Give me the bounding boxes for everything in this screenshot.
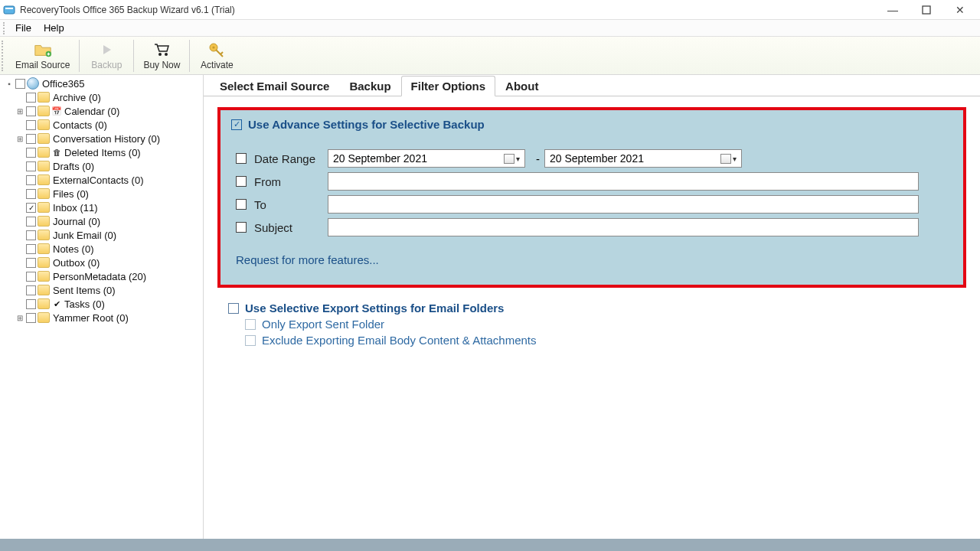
from-checkbox[interactable] <box>236 176 247 187</box>
checkbox[interactable] <box>26 106 36 116</box>
from-input[interactable] <box>328 172 919 191</box>
checkbox[interactable] <box>26 175 36 185</box>
folder-icon <box>38 312 50 323</box>
tree-item-label: Journal (0) <box>53 216 100 227</box>
date-from-picker[interactable]: 20 September 2021 ▾ <box>328 149 525 168</box>
checkbox[interactable] <box>26 258 36 268</box>
folder-icon <box>38 285 50 295</box>
tree-item[interactable]: Sent Items (0) <box>0 283 203 297</box>
checkbox[interactable] <box>26 161 36 171</box>
tree-item[interactable]: Drafts (0) <box>0 159 203 173</box>
only-sent-checkbox[interactable] <box>245 319 256 330</box>
tree-item[interactable]: Journal (0) <box>0 214 203 228</box>
window-title: RecoveryTools Office 365 Backup Wizard v… <box>20 5 876 15</box>
tree-root[interactable]: ▪ Office365 <box>0 77 203 90</box>
svg-rect-2 <box>923 6 930 14</box>
expand-icon[interactable]: ⊞ <box>15 134 24 143</box>
status-bar <box>0 539 980 551</box>
tree-item-label: Inbox (11) <box>53 202 98 214</box>
subject-checkbox[interactable] <box>236 222 247 233</box>
checkbox[interactable] <box>26 120 36 130</box>
tab-backup[interactable]: Backup <box>339 76 400 96</box>
menu-help[interactable]: Help <box>38 21 70 35</box>
tab-about[interactable]: About <box>495 76 548 96</box>
only-sent-label: Only Export Sent Folder <box>262 318 384 331</box>
checkbox[interactable] <box>26 148 36 158</box>
exclude-body-checkbox[interactable] <box>245 335 256 346</box>
checkbox[interactable] <box>26 217 36 227</box>
to-input[interactable] <box>328 195 919 214</box>
checkbox[interactable] <box>26 299 36 309</box>
filter-options-panel: Use Advance Settings for Selective Backu… <box>204 96 980 539</box>
item-glyph-icon: ✔ <box>51 298 62 309</box>
tree-item-label: Outbox (0) <box>53 257 100 269</box>
date-range-checkbox[interactable] <box>236 153 247 164</box>
checkbox[interactable] <box>26 189 36 199</box>
date-range-label: Date Range <box>254 152 328 165</box>
tree-item-label: ExternalContacts (0) <box>53 174 144 186</box>
tab-select-email-source[interactable]: Select Email Source <box>210 76 339 96</box>
checkbox[interactable] <box>15 79 25 89</box>
expander-spacer <box>15 299 24 308</box>
tab-filter-options[interactable]: Filter Options <box>401 76 496 96</box>
folder-icon <box>38 257 50 268</box>
checkbox[interactable] <box>26 285 36 295</box>
tree-item-label: PersonMetadata (20) <box>53 271 146 282</box>
collapse-icon[interactable]: ▪ <box>5 79 14 88</box>
advance-settings-checkbox[interactable] <box>231 119 242 130</box>
tree-item[interactable]: Files (0) <box>0 187 203 201</box>
tree-item-label: Deleted Items (0) <box>64 147 141 158</box>
selective-export-checkbox[interactable] <box>228 303 239 314</box>
folder-icon <box>38 92 50 103</box>
checkbox[interactable] <box>26 244 36 254</box>
activate-button[interactable]: Activate <box>193 38 240 73</box>
menu-file[interactable]: File <box>9 21 38 35</box>
tree-item[interactable]: Outbox (0) <box>0 256 203 269</box>
title-bar: RecoveryTools Office 365 Backup Wizard v… <box>0 0 980 20</box>
checkbox[interactable] <box>26 313 36 323</box>
chevron-down-icon: ▾ <box>516 155 520 163</box>
checkbox[interactable] <box>26 93 36 103</box>
checkbox[interactable] <box>26 134 36 144</box>
expander-spacer <box>15 244 24 253</box>
tree-item[interactable]: Notes (0) <box>0 242 203 256</box>
from-label: From <box>254 175 328 188</box>
date-to-value: 20 September 2021 <box>550 152 644 165</box>
tree-item[interactable]: ExternalContacts (0) <box>0 173 203 187</box>
tree-item[interactable]: 🗑Deleted Items (0) <box>0 145 203 159</box>
expand-icon[interactable]: ⊞ <box>15 106 24 116</box>
checkbox[interactable] <box>26 230 36 240</box>
date-to-picker[interactable]: 20 September 2021 ▾ <box>544 149 742 168</box>
expander-spacer <box>15 175 24 184</box>
toolbar-label: Email Source <box>15 60 70 70</box>
to-label: To <box>254 198 328 211</box>
subject-input[interactable] <box>328 218 919 236</box>
tree-item[interactable]: Junk Email (0) <box>0 228 203 242</box>
tree-item[interactable]: Archive (0) <box>0 90 203 104</box>
expander-spacer <box>15 272 24 281</box>
tree-item[interactable]: ⊞📅Calendar (0) <box>0 104 203 118</box>
backup-button[interactable]: Backup <box>83 38 130 73</box>
buy-now-button[interactable]: Buy Now <box>137 38 186 73</box>
request-features-link[interactable]: Request for more features... <box>236 253 948 266</box>
folder-tree[interactable]: ▪ Office365 Archive (0)⊞📅Calendar (0)Con… <box>0 75 204 539</box>
maximize-button[interactable] <box>910 0 943 20</box>
expander-spacer <box>15 93 24 102</box>
svg-rect-1 <box>5 8 13 9</box>
tree-item[interactable]: Contacts (0) <box>0 118 203 132</box>
email-source-button[interactable]: Email Source <box>9 38 76 73</box>
checkbox[interactable] <box>26 272 36 282</box>
folder-icon <box>38 147 50 158</box>
checkbox[interactable] <box>26 203 36 213</box>
svg-point-7 <box>213 46 215 48</box>
minimize-button[interactable]: — <box>876 0 910 20</box>
tree-item[interactable]: ✔Tasks (0) <box>0 297 203 311</box>
tree-item[interactable]: ⊞Conversation History (0) <box>0 132 203 145</box>
tree-item[interactable]: Inbox (11) <box>0 201 203 214</box>
to-checkbox[interactable] <box>236 199 247 210</box>
tree-item[interactable]: ⊞Yammer Root (0) <box>0 311 203 324</box>
expander-spacer <box>15 189 24 198</box>
expand-icon[interactable]: ⊞ <box>15 313 24 322</box>
tree-item[interactable]: PersonMetadata (20) <box>0 269 203 283</box>
close-button[interactable]: ✕ <box>943 0 977 20</box>
